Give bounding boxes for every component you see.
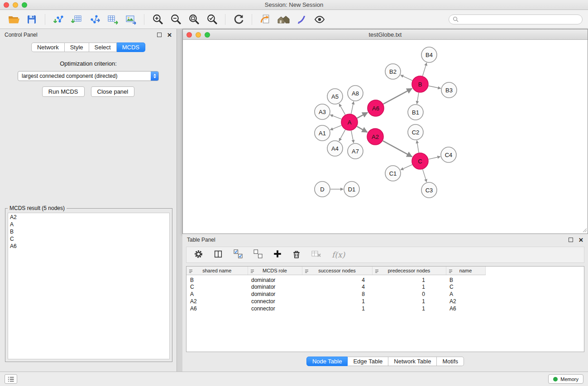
import-network-button[interactable] (51, 12, 66, 27)
task-history-button[interactable] (5, 374, 17, 384)
tab-network-table[interactable]: Network Table (388, 357, 437, 366)
column-header-name[interactable]: name (446, 267, 485, 275)
column-header-shared-name[interactable]: shared name (186, 267, 248, 275)
network-node-A1[interactable]: A1 (315, 125, 330, 141)
delete-column-button[interactable] (292, 249, 301, 261)
cell-mcds-role[interactable]: dominator (248, 283, 302, 291)
criterion-dropdown[interactable]: largest connected component (directed) (18, 71, 159, 81)
close-panel-action-button[interactable]: Close panel (91, 86, 135, 97)
cell-name[interactable]: A6 (446, 305, 485, 312)
cell-mcds-role[interactable]: connector (248, 305, 302, 312)
minimize-traffic-light[interactable] (13, 2, 18, 8)
cell-successor-nodes[interactable]: 1 (302, 305, 372, 312)
cell-name[interactable]: B (446, 275, 485, 283)
cell-successor-nodes[interactable]: 1 (302, 298, 372, 305)
network-canvas[interactable]: B4B2BB3A5A8A6B1A3AC2A1A2A4A7C4CC1C3DD1 (183, 40, 588, 233)
cell-mcds-role[interactable]: connector (248, 298, 302, 305)
memory-button[interactable]: Memory (548, 374, 583, 384)
cell-predecessor-nodes[interactable]: 1 (372, 305, 446, 312)
tab-motifs[interactable]: Motifs (437, 357, 464, 366)
cell-mcds-role[interactable]: dominator (248, 291, 302, 298)
cell-mcds-role[interactable]: dominator (248, 275, 302, 283)
tab-edge-table[interactable]: Edge Table (348, 357, 388, 366)
network-node-C3[interactable]: C3 (421, 182, 437, 198)
network-edge-A2-C[interactable] (383, 141, 412, 157)
column-header-mcds-role[interactable]: MCDS role (248, 267, 302, 275)
float-table-panel-button[interactable] (569, 238, 573, 242)
network-node-D[interactable]: D (315, 181, 330, 197)
cell-predecessor-nodes[interactable]: 1 (372, 283, 446, 291)
network-edge-B-B3[interactable] (429, 86, 441, 88)
network-edge-C-C1[interactable] (401, 165, 412, 170)
network-node-C[interactable]: C (412, 153, 428, 169)
cell-shared-name[interactable]: A6 (186, 305, 248, 312)
tab-mcds[interactable]: MCDS (117, 43, 145, 52)
export-image-button[interactable] (124, 12, 138, 27)
mcds-result-item[interactable]: A6 (10, 243, 167, 250)
search-input[interactable] (460, 16, 578, 23)
zoom-in-button[interactable] (150, 12, 165, 27)
cell-name[interactable]: A2 (446, 298, 485, 305)
network-edge-A-A7[interactable] (351, 131, 354, 143)
deselect-all-button[interactable] (253, 249, 263, 261)
network-node-A[interactable]: A (341, 114, 358, 130)
network-document-button[interactable] (258, 12, 272, 27)
zoom-traffic-light[interactable] (22, 2, 27, 8)
cell-successor-nodes[interactable]: 4 (302, 283, 372, 291)
cell-name[interactable]: A (446, 291, 485, 298)
network-minimize-traffic-light[interactable] (196, 32, 201, 38)
table-row[interactable]: C dominator 4 1 C (186, 283, 584, 291)
cell-name[interactable]: C (446, 283, 485, 291)
mcds-result-item[interactable]: A2 (10, 214, 167, 221)
zoom-out-button[interactable] (168, 12, 183, 27)
dropdown-stepper[interactable] (151, 71, 158, 81)
network-node-A2[interactable]: A2 (367, 129, 383, 145)
save-session-button[interactable] (24, 12, 39, 27)
network-edge-A-A3[interactable] (330, 115, 341, 119)
network-node-A8[interactable]: A8 (348, 86, 363, 101)
network-edge-B-B4[interactable] (423, 63, 427, 76)
tab-network[interactable]: Network (31, 43, 65, 52)
network-edge-A-A5[interactable] (339, 104, 345, 114)
cell-successor-nodes[interactable]: 4 (302, 275, 372, 283)
cell-shared-name[interactable]: C (186, 283, 248, 291)
open-session-button[interactable] (6, 12, 21, 27)
network-node-D1[interactable]: D1 (344, 181, 359, 197)
resize-grip[interactable] (582, 227, 587, 233)
table-row[interactable]: B dominator 4 1 B (186, 275, 584, 283)
float-panel-button[interactable] (157, 33, 162, 37)
mcds-result-item[interactable]: C (10, 235, 167, 243)
apply-layout-button[interactable] (231, 12, 246, 27)
cell-shared-name[interactable]: A (186, 291, 248, 298)
zoom-fit-button[interactable] (186, 12, 201, 27)
delete-table-button[interactable] (311, 249, 322, 260)
export-network-button[interactable] (87, 12, 102, 27)
table-row[interactable]: A6 connector 1 1 A6 (186, 305, 584, 312)
network-node-C1[interactable]: C1 (385, 166, 401, 181)
network-node-B[interactable]: B (412, 76, 428, 92)
network-edge-A6-B[interactable] (383, 89, 412, 104)
network-edge-A-A2[interactable] (357, 126, 368, 132)
cell-shared-name[interactable]: B (186, 275, 248, 283)
show-columns-button[interactable] (213, 249, 223, 260)
network-close-traffic-light[interactable] (186, 32, 192, 38)
cell-predecessor-nodes[interactable]: 1 (372, 298, 446, 305)
close-traffic-light[interactable] (4, 2, 9, 8)
close-panel-button[interactable]: ✕ (167, 32, 172, 38)
tab-node-table[interactable]: Node Table (306, 357, 348, 366)
mcds-result-item[interactable]: B (10, 228, 167, 235)
table-row[interactable]: A dominator 8 0 A (186, 291, 584, 298)
cell-predecessor-nodes[interactable]: 0 (372, 291, 446, 298)
network-node-A6[interactable]: A6 (368, 100, 384, 116)
function-builder-button[interactable]: f(x) (332, 250, 345, 259)
network-node-C2[interactable]: C2 (408, 124, 423, 140)
home-button[interactable] (276, 12, 291, 27)
network-edge-C-C2[interactable] (417, 140, 419, 152)
network-node-A4[interactable]: A4 (327, 141, 343, 156)
network-node-B3[interactable]: B3 (441, 82, 457, 98)
network-node-B2[interactable]: B2 (385, 64, 401, 79)
column-header-predecessor-nodes[interactable]: predecessor nodes (372, 267, 446, 275)
annotation-pen-button[interactable] (294, 12, 309, 27)
run-mcds-button[interactable]: Run MCDS (42, 86, 85, 97)
cell-predecessor-nodes[interactable]: 1 (372, 275, 446, 283)
